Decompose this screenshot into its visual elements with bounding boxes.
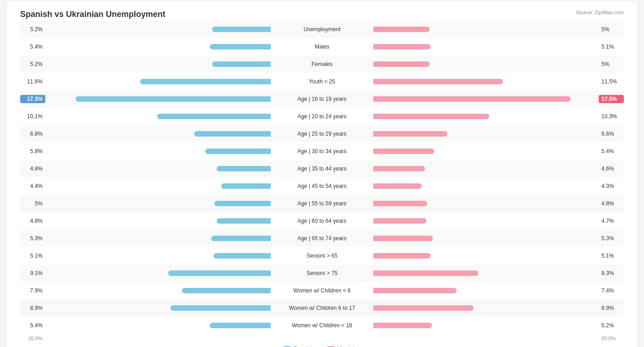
chart-row: 11.6%Youth < 2511.5% (20, 73, 624, 90)
left-bar-wrapper (45, 61, 272, 67)
left-bar-wrapper (45, 322, 272, 329)
bar-spanish (212, 27, 271, 32)
left-bar-wrapper (45, 183, 272, 189)
bar-ukrainian (373, 166, 425, 171)
left-value: 11.6% (20, 78, 45, 85)
right-value: 11.5% (599, 78, 624, 85)
chart-row: 5.2%Unemployment5% (20, 21, 624, 38)
bar-spanish (210, 323, 271, 328)
bar-spanish (205, 149, 271, 154)
left-value: 8.9% (20, 305, 45, 311)
right-bar-wrapper (372, 253, 599, 259)
bar-spanish (213, 253, 271, 259)
bar-ukrainian (373, 44, 431, 50)
right-value: 7.4% (599, 287, 624, 294)
row-label: Seniors > 75 (272, 270, 372, 276)
chart-source: Source: ZipAtlas.com (576, 10, 624, 15)
chart-area: 5.2%Unemployment5%5.4%Males5.1%5.2%Femal… (20, 21, 624, 334)
left-bar-wrapper (45, 148, 272, 154)
right-value: 17.5% (599, 95, 624, 103)
right-value: 8.9% (599, 305, 624, 311)
chart-row: 9.1%Seniors > 759.3% (20, 265, 624, 281)
left-value: 5.2% (20, 61, 45, 67)
row-label: Females (272, 61, 372, 67)
chart-row: 4.8%Age | 60 to 64 years4.7% (20, 213, 624, 229)
left-value: 4.4% (20, 183, 45, 189)
left-bar-wrapper (45, 253, 272, 259)
left-value: 9.1% (20, 270, 45, 276)
right-value: 4.7% (599, 218, 624, 224)
left-value: 5.8% (20, 148, 45, 154)
chart-row: 4.4%Age | 45 to 54 years4.3% (20, 178, 624, 194)
bar-ukrainian (373, 236, 433, 241)
chart-row: 10.1%Age | 20 to 24 years10.3% (20, 108, 624, 125)
left-value: 4.8% (20, 218, 45, 224)
left-value: 5% (20, 200, 45, 207)
left-bar-wrapper (45, 235, 272, 242)
row-label: Age | 20 to 24 years (272, 113, 372, 120)
bar-spanish (212, 61, 271, 67)
chart-row: 5.2%Females5% (20, 56, 624, 72)
left-value: 5.1% (20, 253, 45, 259)
chart-row: 5.4%Women w/ Children < 185.2% (20, 317, 624, 334)
bar-ukrainian (373, 270, 478, 276)
left-value: 10.1% (20, 113, 45, 120)
bar-ukrainian (373, 253, 431, 259)
bar-ukrainian (373, 131, 448, 137)
right-bar-wrapper (372, 287, 599, 294)
row-label: Age | 25 to 29 years (272, 131, 372, 137)
left-bar-wrapper (45, 131, 272, 137)
right-bar-wrapper (372, 305, 599, 311)
left-value: 5.3% (20, 235, 45, 242)
bar-spanish (182, 288, 271, 293)
right-value: 9.3% (599, 270, 624, 276)
bar-spanish (217, 218, 271, 224)
right-bar-wrapper (372, 96, 599, 102)
right-value: 10.3% (599, 113, 624, 120)
bar-ukrainian (373, 149, 434, 154)
row-label: Males (272, 44, 372, 50)
bar-ukrainian (373, 183, 422, 189)
bar-spanish (194, 131, 271, 137)
right-bar-wrapper (372, 218, 599, 224)
row-label: Unemployment (272, 26, 372, 33)
left-value: 5.4% (20, 322, 45, 329)
left-bar-wrapper (45, 200, 272, 207)
bar-spanish (76, 96, 271, 102)
bar-ukrainian (373, 96, 571, 102)
left-value: 7.9% (20, 287, 45, 294)
left-bar-wrapper (45, 26, 272, 33)
left-bar-wrapper (45, 270, 272, 276)
left-value: 5.4% (20, 44, 45, 50)
chart-row: 8.9%Women w/ Children 6 to 178.9% (20, 300, 624, 316)
right-value: 4.8% (599, 200, 624, 207)
left-bar-wrapper (45, 287, 272, 294)
chart-row: 7.9%Women w/ Children < 67.4% (20, 282, 624, 299)
right-bar-wrapper (372, 26, 599, 33)
right-value: 5% (599, 26, 624, 33)
bar-ukrainian (373, 201, 427, 206)
bar-ukrainian (373, 323, 432, 328)
chart-container: Spanish vs Ukrainian Unemployment Source… (6, 0, 638, 347)
left-bar-wrapper (45, 218, 272, 224)
right-bar-wrapper (372, 322, 599, 329)
right-bar-wrapper (372, 44, 599, 50)
row-label: Women w/ Children 6 to 17 (272, 305, 372, 311)
left-bar-wrapper (45, 113, 272, 120)
row-label: Women w/ Children < 18 (272, 322, 372, 329)
chart-title: Spanish vs Ukrainian Unemployment (20, 10, 165, 19)
row-label: Age | 65 to 74 years (272, 235, 372, 242)
bar-ukrainian (373, 61, 430, 67)
bar-ukrainian (373, 305, 474, 311)
bar-spanish (217, 166, 271, 171)
row-label: Women w/ Children < 6 (272, 287, 372, 294)
axis-right-label: 20.0% (599, 336, 624, 341)
bar-ukrainian (373, 27, 430, 32)
right-value: 5% (599, 61, 624, 67)
chart-row: 5.4%Males5.1% (20, 39, 624, 55)
left-value: 4.8% (20, 165, 45, 172)
right-bar-wrapper (372, 200, 599, 207)
right-value: 5.4% (599, 148, 624, 154)
bar-spanish (157, 114, 271, 119)
chart-row: 5%Age | 55 to 59 years4.8% (20, 195, 624, 212)
